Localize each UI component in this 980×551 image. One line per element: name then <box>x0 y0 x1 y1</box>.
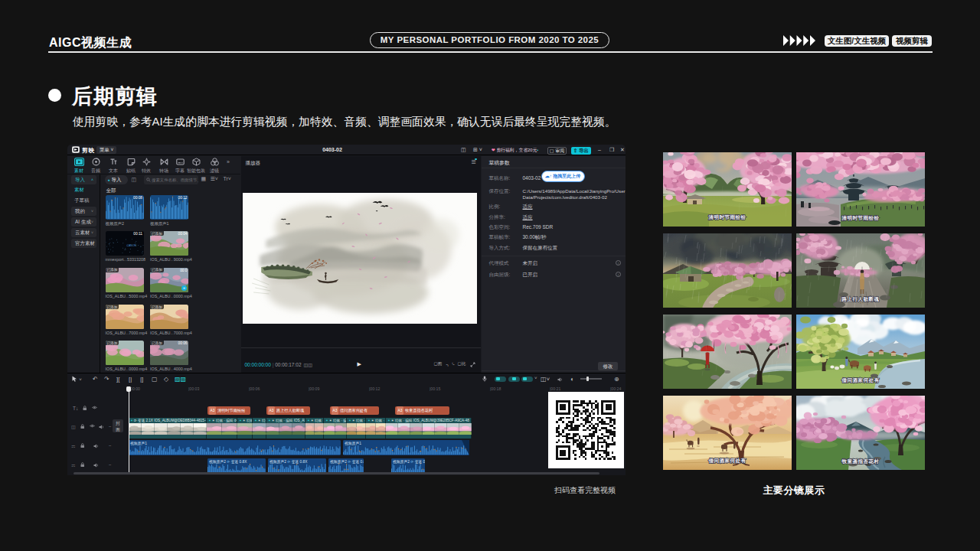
svg-text:清明时节雨纷纷: 清明时节雨纷纷 <box>708 214 746 220</box>
svg-text:CANON: CANON <box>126 244 136 247</box>
svg-text:借问酒家何处有: 借问酒家何处有 <box>841 377 880 383</box>
svg-text:牧童遥指杏花村: 牧童遥指杏花村 <box>841 458 880 465</box>
svg-text:清明时节雨纷纷: 清明时节雨纷纷 <box>841 215 880 221</box>
svg-text:路上行人欲断魂: 路上行人欲断魂 <box>841 296 880 302</box>
svg-text:借问酒家何处有: 借问酒家何处有 <box>708 458 746 464</box>
